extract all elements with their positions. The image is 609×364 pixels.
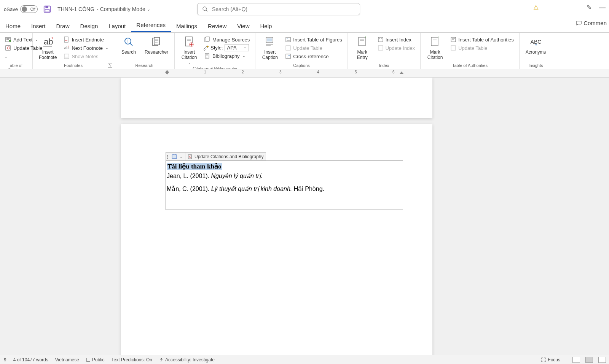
read-mode-button[interactable] — [572, 357, 580, 363]
search-button[interactable]: i Search — [118, 34, 139, 56]
title-dropdown[interactable]: ⌄ — [147, 7, 150, 12]
compat-mode: - Compatibility Mode — [97, 6, 145, 12]
bib-1-title: Nguyên lý quản trị. — [211, 173, 263, 179]
researcher-button[interactable]: Researcher — [142, 34, 171, 56]
insert-endnote-button[interactable]: Insert Endnote — [62, 36, 110, 43]
toc-dropdown[interactable]: ⌄ — [5, 55, 8, 59]
svg-rect-24 — [154, 37, 159, 45]
sensitivity[interactable]: Public — [86, 357, 105, 362]
group-research: i Search Researcher Research — [114, 33, 175, 69]
user-box[interactable] — [545, 3, 580, 11]
warning-icon[interactable]: ⚠ — [533, 4, 539, 11]
bibliography-icon — [204, 53, 210, 59]
group-toc: + Add Text⌄ Update Table ⌄ able of Conte… — [0, 33, 33, 69]
style-label: Style: — [210, 45, 223, 51]
insert-toa-button[interactable]: Insert Table of Authorities — [449, 36, 515, 43]
bibliography-button[interactable]: Bibliography⌄ — [203, 52, 251, 60]
style-icon — [203, 45, 209, 51]
page-number[interactable]: 9 — [4, 357, 6, 362]
minimize-button[interactable]: — — [598, 3, 606, 11]
focus-icon — [541, 357, 546, 362]
bibliography-title: Tài liệu tham khảo — [167, 163, 222, 170]
svg-rect-41 — [267, 38, 272, 41]
search-box[interactable]: Search (Alt+Q) — [197, 3, 360, 15]
update-tof-label: Update Table — [293, 45, 322, 51]
svg-text:1: 1 — [51, 36, 53, 40]
accessibility[interactable]: Accessibility: Investigate — [159, 357, 215, 362]
group-label-research: Research — [118, 62, 171, 69]
tab-mailings[interactable]: Mailings — [171, 21, 202, 32]
svg-text:+: + — [10, 40, 11, 42]
svg-rect-2 — [45, 10, 49, 12]
insert-index-label: Insert Index — [386, 37, 411, 43]
update-icon — [5, 45, 11, 51]
language[interactable]: Vietnamese — [55, 357, 79, 362]
text-predictions[interactable]: Text Predictions: On — [112, 357, 152, 362]
tab-view[interactable]: View — [232, 21, 255, 32]
document-name: THNN-1 CÔNG — [57, 6, 94, 12]
comments-button[interactable]: Commen — [576, 20, 607, 26]
footnotes-dialog-launcher[interactable]: ⤡ — [108, 63, 112, 68]
web-layout-button[interactable] — [598, 357, 606, 363]
svg-text:+: + — [437, 36, 439, 39]
focus-mode[interactable]: Focus — [541, 357, 560, 362]
caption-icon — [265, 36, 275, 48]
accessibility-label: Accessibility: Investigate — [165, 357, 215, 362]
next-footnote-button[interactable]: ab1 Next Footnote⌄ — [62, 44, 110, 52]
tab-layout[interactable]: Layout — [103, 21, 131, 32]
status-bar: 9 4 of 10477 words Vietnamese Public Tex… — [0, 355, 609, 364]
bib-drag-handle[interactable] — [166, 153, 169, 161]
mark-citation-button[interactable]: + Mark Citation — [424, 34, 446, 61]
update-bibliography-button[interactable]: Update Citations and Bibliography — [185, 153, 266, 161]
insert-footnote-label: Insert Footnote — [39, 49, 57, 60]
ruler-5: 5 — [355, 70, 357, 74]
editing-mode-icon[interactable]: ✎ — [587, 4, 591, 11]
svg-rect-18 — [64, 54, 69, 59]
update-toa-label: Update Table — [458, 45, 487, 51]
bib-entry-1: Jean, L. (2001). Nguyên lý quản trị. — [167, 172, 402, 180]
bib-menu-button[interactable]: ⌄ — [169, 153, 185, 161]
style-select[interactable]: APA — [225, 44, 249, 51]
insert-caption-button[interactable]: Insert Caption — [259, 34, 281, 61]
group-label-insights: Insights — [523, 62, 548, 69]
insert-citation-button[interactable]: Insert Citation⌄ — [179, 34, 200, 65]
update-toa-icon — [450, 45, 456, 51]
citation-style-row: Style: APA — [203, 44, 251, 51]
group-label-captions: Captions — [259, 62, 343, 69]
insert-toa-label: Insert Table of Authorities — [458, 37, 514, 43]
page-previous[interactable] — [121, 78, 432, 118]
word-count[interactable]: 4 of 10477 words — [13, 357, 48, 362]
tab-review[interactable]: Review — [202, 21, 232, 32]
print-layout-button[interactable] — [585, 357, 593, 363]
horizontal-ruler[interactable]: 1 2 3 4 5 6 — [0, 69, 609, 78]
tab-insert[interactable]: Insert — [26, 21, 51, 32]
next-footnote-icon: ab1 — [64, 45, 70, 51]
insert-footnote-button[interactable]: ab1 Insert Footnote — [37, 34, 59, 61]
cross-reference-button[interactable]: Cross-reference — [284, 52, 343, 60]
smart-lookup-icon: i — [123, 37, 134, 47]
autosave-toggle[interactable]: Off — [20, 5, 38, 13]
save-icon[interactable] — [43, 5, 51, 13]
right-indent-marker[interactable] — [399, 69, 404, 77]
tab-help[interactable]: Help — [255, 21, 277, 32]
ruler-4: 4 — [317, 70, 319, 74]
acronyms-button[interactable]: ABC? Acronyms — [523, 34, 548, 56]
show-notes-label: Show Notes — [72, 54, 98, 59]
insert-tof-button[interactable]: Insert Table of Figures — [284, 36, 343, 43]
manage-sources-button[interactable]: Manage Sources — [203, 36, 251, 43]
group-footnotes: ab1 Insert Footnote Insert Endnote ab1 N… — [33, 33, 114, 69]
insert-index-button[interactable]: Insert Index — [376, 36, 416, 43]
group-label-toa: Table of Authorities — [424, 62, 515, 69]
bibliography-field[interactable]: Tài liệu tham khảo Jean, L. (2001). Nguy… — [166, 161, 403, 210]
tof-label: Insert Table of Figures — [293, 37, 342, 43]
comments-label: Commen — [583, 20, 607, 26]
left-indent-marker[interactable] — [164, 69, 170, 77]
search-placeholder: Search (Alt+Q) — [212, 6, 247, 12]
tab-references[interactable]: References — [131, 19, 171, 32]
mark-entry-button[interactable]: + Mark Entry — [352, 34, 373, 61]
tab-draw[interactable]: Draw — [51, 21, 75, 32]
acronyms-icon: ABC? — [529, 38, 542, 46]
tab-design[interactable]: Design — [75, 21, 104, 32]
tab-home[interactable]: Home — [0, 21, 26, 32]
researcher-icon — [151, 37, 162, 47]
